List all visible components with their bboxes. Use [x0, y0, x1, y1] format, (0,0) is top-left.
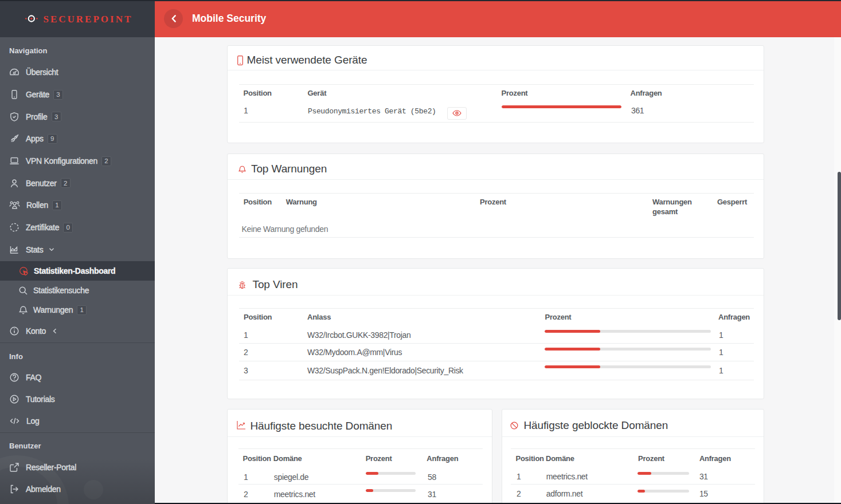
svg-text:SECUREPOINT: SECUREPOINT — [44, 14, 133, 25]
